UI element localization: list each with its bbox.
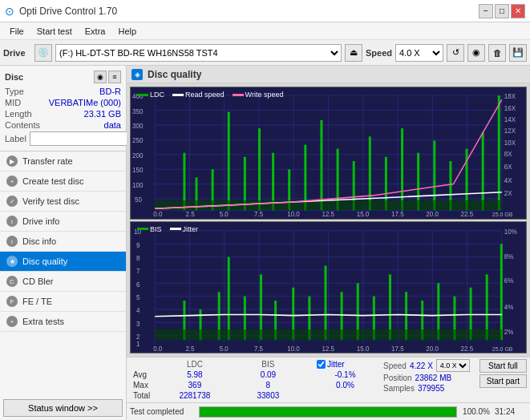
svg-rect-64 (433, 140, 435, 210)
nav-verify-test[interactable]: ✓ Verify test disc (0, 192, 126, 212)
svg-text:10X: 10X (504, 139, 516, 146)
position-value: 23862 MB (415, 374, 452, 382)
svg-rect-69 (155, 200, 502, 210)
total-ldc: 2281738 (154, 390, 236, 401)
top-chart: LDC Read speed Write speed (130, 87, 527, 220)
speed-stat-select[interactable]: 4.0 X (436, 359, 470, 372)
max-jitter: 0.0% (314, 380, 377, 390)
svg-text:8%: 8% (504, 252, 514, 260)
contents-label: Contents (5, 120, 40, 130)
svg-text:200: 200 (132, 152, 144, 160)
nav-drive-info[interactable]: i Drive info (0, 212, 126, 232)
disc-icon-1: ◉ (94, 71, 107, 83)
erase-button[interactable]: 🗑 (488, 44, 506, 62)
total-label: Total (130, 390, 154, 401)
nav-icon-create: + (6, 176, 18, 187)
speed-position-info: Speed 4.22 X 4.0 X Position 23862 MB Sam… (383, 359, 470, 393)
nav-disc-info[interactable]: i Disc info (0, 232, 126, 252)
total-bis: 33803 (236, 390, 301, 401)
menu-extra[interactable]: Extra (79, 25, 112, 38)
svg-text:10%: 10% (504, 227, 518, 235)
samples-value: 379955 (418, 384, 444, 393)
drive-toolbar: Drive 💿 (F:) HL-DT-ST BD-RE WH16NS58 TST… (0, 40, 530, 66)
bottom-chart-svg: 10 9 8 7 6 5 4 3 2 1 10% 8% 6% 4% 2% (131, 222, 526, 353)
svg-text:300: 300 (132, 123, 144, 130)
svg-text:5: 5 (136, 293, 140, 301)
top-chart-legend: LDC Read speed Write speed (137, 91, 283, 99)
svg-text:9: 9 (136, 240, 140, 248)
progress-bar-fill (200, 407, 456, 417)
maximize-button[interactable]: □ (495, 4, 509, 18)
bottom-chart-legend: BIS Jitter (137, 225, 198, 233)
speed-select[interactable]: 4.0 X (395, 44, 443, 62)
nav-cd-bler[interactable]: C CD Bler (0, 272, 126, 292)
read-speed-legend-label: Read speed (185, 91, 225, 99)
nav-extra-tests[interactable]: + Extra tests (0, 312, 126, 332)
close-button[interactable]: ✕ (511, 4, 525, 18)
nav-fe-te[interactable]: F FE / TE (0, 292, 126, 312)
type-label: Type (5, 87, 24, 96)
disc-button: ◉ (467, 44, 485, 62)
svg-rect-51 (228, 112, 230, 211)
menu-start-test[interactable]: Start test (30, 25, 79, 38)
progress-bar (199, 406, 457, 418)
nav-icon-extra: + (6, 316, 18, 327)
svg-text:1: 1 (136, 339, 140, 347)
nav-transfer-rate[interactable]: ▶ Transfer rate (0, 151, 126, 172)
menu-file[interactable]: File (3, 25, 30, 38)
refresh-button[interactable]: ↺ (447, 44, 464, 62)
label-input[interactable] (30, 131, 136, 146)
disc-icon-2: ≡ (108, 71, 121, 83)
speed-label: Speed (366, 48, 392, 58)
svg-text:16X: 16X (504, 105, 516, 112)
svg-rect-60 (369, 136, 371, 210)
svg-rect-137 (155, 329, 502, 340)
svg-text:2X: 2X (504, 190, 512, 197)
svg-text:8X: 8X (504, 151, 512, 158)
menu-help[interactable]: Help (111, 25, 143, 38)
svg-text:15.0: 15.0 (357, 211, 370, 218)
read-speed-legend: Read speed (172, 91, 225, 99)
eject-button[interactable]: ⏏ (345, 44, 362, 62)
svg-text:20.0: 20.0 (426, 211, 439, 218)
progress-area: Test completed 100.0% 31:24 (127, 402, 530, 420)
nav-label-bler: CD Bler (22, 277, 54, 286)
svg-text:12.5: 12.5 (322, 211, 334, 218)
save-button[interactable]: 💾 (509, 44, 527, 62)
svg-text:6X: 6X (504, 164, 512, 171)
time-text: 31:24 (495, 407, 527, 416)
nav-create-test[interactable]: + Create test disc (0, 172, 126, 192)
ldc-header: LDC (154, 359, 236, 370)
svg-text:25.0 GB: 25.0 GB (492, 345, 513, 353)
start-full-button[interactable]: Start full (479, 359, 527, 373)
svg-text:22.5: 22.5 (461, 345, 474, 353)
nav-icon-fe: F (6, 296, 18, 307)
nav-icon-drive: i (6, 216, 18, 227)
content-area: ◈ Disc quality LDC Read speed (127, 66, 530, 420)
title-bar: ⊙ Opti Drive Control 1.70 − □ ✕ (0, 0, 530, 22)
length-label: Length (5, 109, 32, 119)
jitter-checkbox[interactable] (317, 360, 326, 369)
bis-legend-label: BIS (150, 225, 162, 233)
nav-disc-quality[interactable]: ★ Disc quality (0, 252, 126, 272)
svg-rect-53 (258, 128, 261, 210)
bottom-chart: BIS Jitter (130, 221, 527, 354)
status-window-button[interactable]: Status window >> (3, 399, 123, 417)
svg-text:3: 3 (136, 319, 140, 327)
app-title: Opti Drive Control 1.70 (19, 6, 117, 17)
drive-select[interactable]: (F:) HL-DT-ST BD-RE WH16NS58 TST4 (55, 44, 342, 62)
svg-text:5.0: 5.0 (220, 345, 229, 353)
avg-ldc: 5.98 (154, 370, 236, 380)
write-speed-legend: Write speed (233, 91, 284, 99)
svg-text:100: 100 (132, 182, 144, 189)
speed-stat-value: 4.22 X (410, 361, 433, 370)
minimize-button[interactable]: − (479, 4, 493, 18)
start-part-button[interactable]: Start part (479, 374, 527, 388)
svg-text:17.5: 17.5 (391, 211, 404, 218)
max-bis: 8 (236, 380, 301, 390)
svg-text:7.5: 7.5 (254, 211, 264, 218)
avg-bis: 0.09 (236, 370, 301, 380)
svg-text:10.0: 10.0 (287, 345, 300, 353)
disc-section-title: Disc (5, 72, 23, 82)
svg-text:25.0 GB: 25.0 GB (492, 212, 513, 218)
